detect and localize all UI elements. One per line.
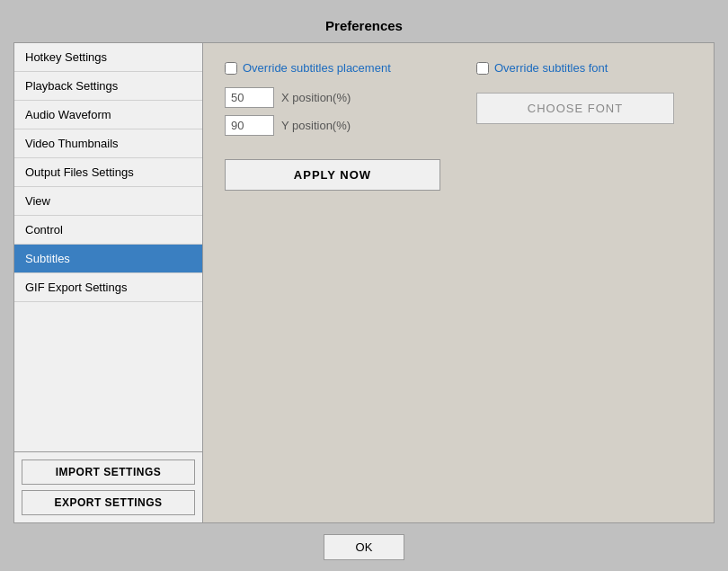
y-position-row: Y position(%): [225, 115, 440, 136]
ok-button[interactable]: OK: [324, 534, 404, 560]
choose-font-button[interactable]: CHOOSE FONT: [476, 93, 674, 124]
sidebar-items: Hotkey Settings Playback Settings Audio …: [14, 43, 202, 451]
sidebar-item-video-thumbnails[interactable]: Video Thumbnails: [14, 129, 202, 158]
override-font-row: Override subtitles font: [476, 61, 692, 75]
sidebar-item-hotkey-settings[interactable]: Hotkey Settings: [14, 43, 202, 72]
sidebar-item-subtitles[interactable]: Subtitles: [14, 245, 202, 273]
export-settings-button[interactable]: EXPORT SETTINGS: [22, 490, 195, 515]
right-section: Override subtitles font CHOOSE FONT: [476, 61, 692, 191]
content-area: Override subtitles placement X position(…: [203, 43, 714, 522]
sidebar-item-control[interactable]: Control: [14, 216, 202, 245]
x-position-label: X position(%): [281, 91, 351, 104]
override-font-checkbox[interactable]: [476, 62, 489, 75]
y-position-input[interactable]: [225, 115, 274, 136]
override-placement-row: Override subtitles placement: [225, 61, 440, 75]
import-settings-button[interactable]: IMPORT SETTINGS: [22, 459, 195, 485]
section-row: Override subtitles placement X position(…: [225, 61, 692, 191]
override-placement-label: Override subtitles placement: [243, 61, 391, 75]
sidebar-item-view[interactable]: View: [14, 187, 202, 216]
y-position-label: Y position(%): [281, 119, 351, 132]
sidebar-item-gif-export-settings[interactable]: GIF Export Settings: [14, 273, 202, 302]
override-font-label: Override subtitles font: [494, 61, 608, 75]
x-position-input[interactable]: [225, 87, 274, 108]
apply-now-button[interactable]: APPLY NOW: [225, 159, 440, 191]
left-section: Override subtitles placement X position(…: [225, 61, 440, 191]
sidebar-item-output-files-settings[interactable]: Output Files Settings: [14, 158, 202, 187]
sidebar: Hotkey Settings Playback Settings Audio …: [14, 43, 203, 522]
sidebar-footer: IMPORT SETTINGS EXPORT SETTINGS: [14, 451, 202, 522]
ok-row: OK: [13, 534, 715, 560]
main-container: Hotkey Settings Playback Settings Audio …: [13, 42, 715, 523]
override-placement-checkbox[interactable]: [225, 62, 237, 75]
x-position-row: X position(%): [225, 87, 440, 108]
sidebar-item-playback-settings[interactable]: Playback Settings: [14, 72, 202, 101]
sidebar-item-audio-waveform[interactable]: Audio Waveform: [14, 101, 202, 129]
page-title: Preferences: [325, 18, 403, 33]
